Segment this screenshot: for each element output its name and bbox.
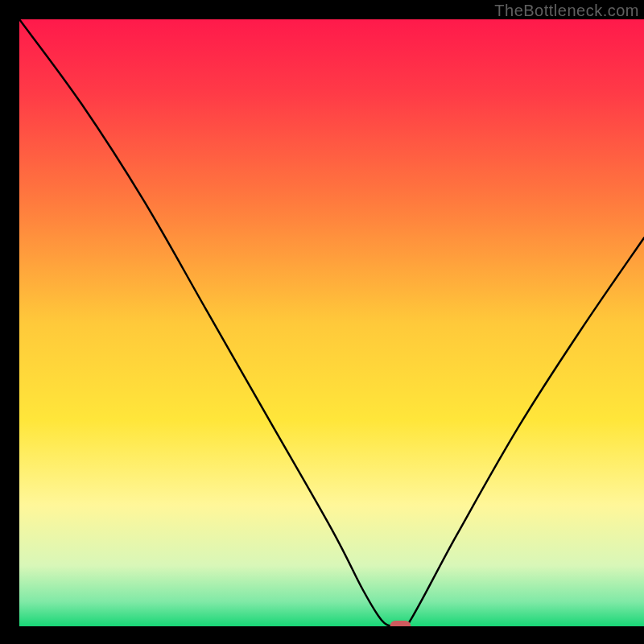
chart-plot-area <box>19 19 644 626</box>
bottleneck-chart <box>19 19 644 626</box>
chart-frame <box>19 0 644 626</box>
watermark-text: TheBottleneck.com <box>494 2 639 20</box>
optimal-marker <box>390 621 411 626</box>
chart-background <box>19 19 644 626</box>
